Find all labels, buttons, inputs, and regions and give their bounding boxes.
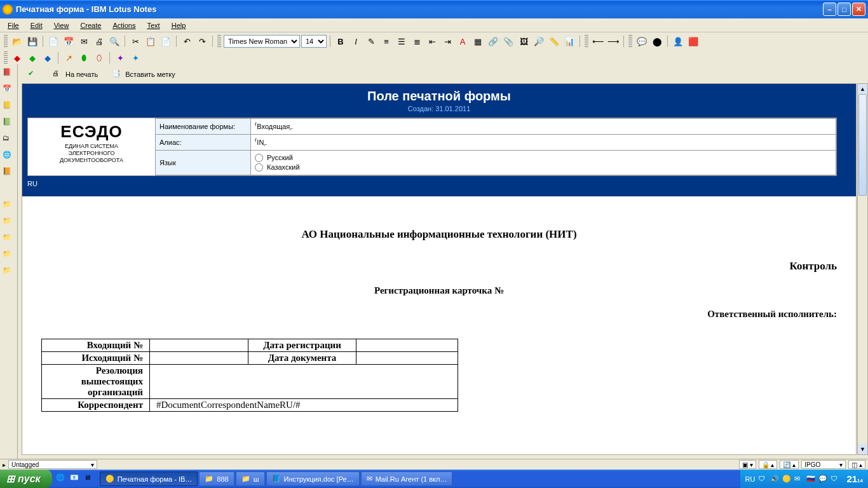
color-green-icon[interactable]: ◆ bbox=[25, 51, 39, 65]
paste-icon[interactable]: 📄 bbox=[159, 34, 173, 48]
quick-launch-icon[interactable]: 🖥 bbox=[84, 473, 95, 485]
maximize-button[interactable]: □ bbox=[837, 3, 851, 16]
undo-icon[interactable]: ↶ bbox=[180, 34, 194, 48]
bookmark-icon[interactable]: 📁 bbox=[3, 250, 15, 262]
expand-icon[interactable]: ▸ bbox=[3, 461, 6, 468]
calendar-icon[interactable]: 📅 bbox=[62, 34, 76, 48]
bookmark-icon[interactable]: 📕 bbox=[3, 68, 15, 81]
numbering-icon[interactable]: ≣ bbox=[410, 34, 424, 48]
color-red-icon[interactable]: ◆ bbox=[10, 51, 24, 65]
menu-create[interactable]: Create bbox=[75, 20, 106, 30]
tray-icon[interactable]: 🛡 bbox=[758, 475, 767, 484]
toolbar-grip[interactable] bbox=[4, 35, 8, 48]
nav-back-icon[interactable]: ⟵ bbox=[591, 34, 605, 48]
status-indicator[interactable]: 🔒 ▴ bbox=[759, 460, 778, 469]
lang-ru-radio[interactable]: Русский bbox=[255, 154, 832, 162]
bookmark-icon[interactable]: 🗂 bbox=[3, 134, 15, 147]
taskbar-item[interactable]: 📘Инструкция.doc [Ре… bbox=[266, 471, 360, 486]
misc-icon[interactable]: ✦ bbox=[113, 51, 127, 65]
bookmark-icon[interactable]: 📙 bbox=[3, 167, 15, 180]
bullets-icon[interactable]: ☰ bbox=[395, 34, 409, 48]
clock[interactable]: 2114 bbox=[846, 473, 863, 484]
taskbar-item[interactable]: 📁888 bbox=[199, 471, 234, 486]
menu-file[interactable]: File bbox=[3, 20, 24, 30]
menu-text[interactable]: Text bbox=[142, 20, 165, 30]
minimize-button[interactable]: – bbox=[823, 3, 836, 16]
italic-icon[interactable]: I bbox=[349, 34, 363, 48]
nav-fwd-icon[interactable]: ⟶ bbox=[606, 34, 620, 48]
alias-field[interactable]: гIN⌐ bbox=[251, 134, 836, 150]
lang-indicator[interactable]: RU bbox=[745, 475, 756, 483]
image-icon[interactable]: 🖼 bbox=[517, 34, 531, 48]
table-icon[interactable]: ▦ bbox=[471, 34, 485, 48]
stop-icon[interactable]: 🟥 bbox=[686, 34, 700, 48]
toolbar-grip[interactable] bbox=[585, 35, 588, 48]
correspondent-value[interactable]: #DocumentCorrespondentNameRU/# bbox=[150, 398, 458, 411]
accept-button[interactable]: ✔ bbox=[25, 68, 41, 81]
close-button[interactable]: ✕ bbox=[852, 3, 865, 16]
shape-icon[interactable]: ↗ bbox=[62, 51, 76, 65]
taskbar-item[interactable]: 🟡Печатная форма - IB… bbox=[100, 471, 198, 486]
attach-icon[interactable]: 📎 bbox=[501, 34, 515, 48]
incoming-no-value[interactable] bbox=[150, 339, 248, 351]
form-name-field[interactable]: гВходящая⌐ bbox=[251, 119, 836, 135]
menu-help[interactable]: Help bbox=[166, 20, 191, 30]
chat-icon[interactable]: 💬 bbox=[635, 34, 649, 48]
menu-edit[interactable]: Edit bbox=[25, 20, 48, 30]
bookmark-icon[interactable]: 📁 bbox=[3, 233, 15, 246]
save-icon[interactable]: 💾 bbox=[25, 34, 39, 48]
scroll-thumb[interactable] bbox=[858, 94, 867, 196]
cut-icon[interactable]: ✂ bbox=[128, 34, 142, 48]
status-indicator[interactable]: 🔄 ▴ bbox=[780, 460, 799, 469]
bookmark-icon[interactable]: 📗 bbox=[3, 118, 15, 130]
print-icon[interactable]: 🖨 bbox=[92, 34, 106, 48]
menu-view[interactable]: View bbox=[49, 20, 74, 30]
bookmark-icon[interactable]: 🌐 bbox=[3, 151, 15, 163]
tray-icon[interactable]: 🛡 bbox=[831, 475, 839, 484]
start-button[interactable]: ⊞ пуск bbox=[0, 470, 52, 488]
shape-icon[interactable]: ⬯ bbox=[92, 51, 106, 65]
lang-kz-radio[interactable]: Казахский bbox=[255, 163, 832, 172]
untagged-select[interactable]: Untagged▾ bbox=[8, 460, 97, 469]
font-size-select[interactable]: 14 bbox=[301, 35, 327, 48]
quick-launch-icon[interactable]: 🌐 bbox=[56, 473, 67, 485]
tray-icon[interactable]: 🇷🇺 bbox=[806, 475, 815, 484]
scroll-down-icon[interactable]: ▼ bbox=[858, 444, 867, 454]
toolbar-grip[interactable] bbox=[217, 35, 221, 48]
align-left-icon[interactable]: ≡ bbox=[379, 34, 393, 48]
outgoing-no-value[interactable] bbox=[150, 351, 248, 364]
bookmark-icon[interactable]: 📒 bbox=[3, 101, 15, 114]
toolbar-grip[interactable] bbox=[4, 51, 8, 64]
chart-icon[interactable]: 📊 bbox=[562, 34, 576, 48]
doc-date-value[interactable] bbox=[356, 351, 458, 364]
tray-icon[interactable]: 🔊 bbox=[770, 475, 779, 484]
person-icon[interactable]: 👤 bbox=[671, 34, 685, 48]
font-name-select[interactable]: Times New Roman bbox=[224, 35, 300, 48]
shape-icon[interactable]: ⬮ bbox=[77, 51, 91, 65]
status-indicator[interactable]: ▣ ▾ bbox=[739, 460, 756, 469]
taskbar-item[interactable]: ✉Mail.Ru Агент (1 вкл… bbox=[361, 471, 453, 486]
reg-date-value[interactable] bbox=[356, 339, 458, 351]
indent-dec-icon[interactable]: ⇤ bbox=[425, 34, 439, 48]
bookmark-icon[interactable]: 📁 bbox=[3, 200, 15, 213]
scroll-up-icon[interactable]: ▲ bbox=[858, 84, 867, 94]
link-icon[interactable]: 🔗 bbox=[486, 34, 500, 48]
highlight-icon[interactable]: ✎ bbox=[364, 34, 378, 48]
tray-icon[interactable]: 🟡 bbox=[782, 475, 791, 484]
resolution-value[interactable] bbox=[150, 364, 458, 398]
doc-icon[interactable]: 📄 bbox=[46, 34, 60, 48]
insert-mark-button[interactable]: 📑Вставить метку bbox=[109, 68, 177, 81]
bookmark-icon[interactable]: 📁 bbox=[3, 217, 15, 229]
status-icon[interactable]: ⬤ bbox=[650, 34, 664, 48]
status-indicator[interactable]: ◫ ▴ bbox=[848, 460, 865, 469]
quick-launch-icon[interactable]: 📧 bbox=[70, 473, 81, 485]
find-icon[interactable]: 🔎 bbox=[532, 34, 546, 48]
print-button[interactable]: 🖨На печать bbox=[50, 68, 100, 81]
font-color-icon[interactable]: A bbox=[456, 34, 470, 48]
color-blue-icon[interactable]: ◆ bbox=[41, 51, 55, 65]
taskbar-item[interactable]: 📁ш bbox=[236, 471, 265, 486]
preview-icon[interactable]: 🔍 bbox=[107, 34, 121, 48]
tray-icon[interactable]: ✉ bbox=[794, 475, 803, 484]
open-icon[interactable]: 📂 bbox=[10, 34, 24, 48]
redo-icon[interactable]: ↷ bbox=[195, 34, 209, 48]
